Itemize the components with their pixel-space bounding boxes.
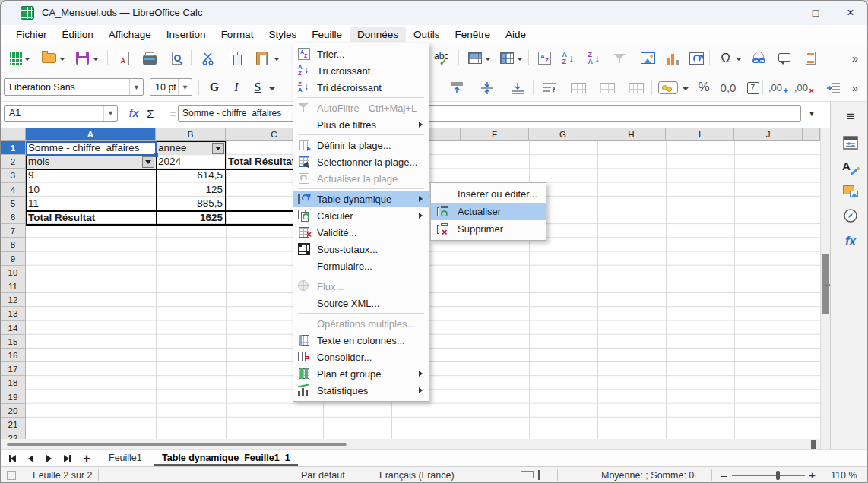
open-file-button[interactable] bbox=[39, 48, 59, 68]
align-top-button[interactable] bbox=[446, 77, 467, 98]
font-name-dropdown-icon[interactable]: ▼ bbox=[129, 79, 143, 95]
column-header-H[interactable]: H bbox=[597, 128, 666, 141]
maximize-button[interactable]: □ bbox=[803, 4, 828, 22]
row-header-19[interactable]: 19 bbox=[1, 390, 26, 404]
column-header-I[interactable]: I bbox=[666, 128, 734, 141]
underline-button[interactable]: S bbox=[249, 77, 267, 97]
menu-item-table-dynamique[interactable]: Table dynamique bbox=[293, 191, 429, 207]
menu-fichier[interactable]: Fichier bbox=[8, 27, 55, 42]
menu-format[interactable]: Format bbox=[214, 27, 261, 42]
formatbar-overflow-button[interactable]: » bbox=[846, 77, 864, 97]
export-pdf-button[interactable]: A bbox=[113, 48, 134, 68]
horizontal-scrollbar[interactable] bbox=[1, 439, 820, 449]
column-header-A[interactable]: A bbox=[26, 128, 156, 141]
menu-outils[interactable]: Outils bbox=[406, 27, 448, 42]
row-header-3[interactable]: 3 bbox=[1, 169, 26, 182]
menu-item-definir-la-plage[interactable]: Définir la plage... bbox=[293, 137, 429, 153]
column-header-B[interactable]: B bbox=[156, 128, 226, 141]
save-button[interactable] bbox=[72, 48, 93, 68]
bold-button[interactable]: G bbox=[204, 77, 224, 97]
special-character-dropdown[interactable] bbox=[735, 55, 743, 63]
cell-B2[interactable]: 2024 bbox=[158, 155, 222, 169]
cell-A5[interactable]: 11 bbox=[28, 197, 150, 210]
expand-formula-bar-icon[interactable]: ▼ bbox=[805, 105, 819, 122]
menu-item-selectionner-la-plage[interactable]: Sélectionner la plage... bbox=[293, 153, 429, 170]
delete-decimal-button[interactable]: ,00× bbox=[793, 77, 816, 98]
fill-handle[interactable] bbox=[154, 153, 158, 157]
menu-item-texte-en-colonnes[interactable]: Texte en colonnes... bbox=[293, 332, 429, 349]
previous-sheet-button[interactable] bbox=[24, 453, 37, 464]
row-header-20[interactable]: 20 bbox=[1, 404, 26, 418]
submenu-item-actualiser[interactable]: Actualiser bbox=[431, 203, 546, 220]
gallery-icon[interactable] bbox=[841, 182, 860, 200]
selection-mode-icon[interactable] bbox=[521, 467, 534, 483]
row-header-22[interactable]: 22 bbox=[1, 431, 26, 439]
cut-button[interactable] bbox=[198, 48, 219, 68]
cell-B3[interactable]: 614,5 bbox=[158, 169, 223, 182]
sort-button[interactable]: AZ bbox=[534, 48, 555, 68]
row-header-17[interactable]: 17 bbox=[1, 362, 26, 376]
menu-item-consolider[interactable]: Consolider... bbox=[293, 349, 429, 365]
properties-icon[interactable] bbox=[841, 134, 860, 152]
insert-row-button[interactable] bbox=[464, 48, 485, 68]
menu-feuille[interactable]: Feuille bbox=[304, 27, 350, 42]
unmerge-cells-button[interactable] bbox=[626, 77, 646, 98]
spelling-button[interactable]: abc✓ bbox=[431, 48, 455, 68]
column-header-partial[interactable] bbox=[803, 128, 820, 141]
menu-item-source-xml[interactable]: Source XML... bbox=[293, 295, 429, 311]
zoom-slider[interactable] bbox=[732, 475, 805, 483]
row-header-8[interactable]: 8 bbox=[1, 238, 26, 251]
menu-affichage[interactable]: Affichage bbox=[101, 27, 159, 42]
menu-item-operations-multiples[interactable]: Opérations multiples... bbox=[293, 315, 429, 332]
paste-button[interactable] bbox=[252, 48, 272, 68]
minimize-button[interactable]: – bbox=[768, 4, 794, 22]
functions-icon[interactable]: fx bbox=[841, 232, 860, 251]
row-header-2[interactable]: 2 bbox=[1, 155, 26, 169]
cell-B4[interactable]: 125 bbox=[158, 183, 223, 197]
menu-item-calculer[interactable]: Calculer bbox=[293, 207, 429, 224]
increase-indent-button[interactable] bbox=[823, 77, 844, 98]
zoom-slider-handle[interactable] bbox=[776, 471, 780, 480]
merge-cells-button[interactable] bbox=[568, 77, 588, 98]
cell-A4[interactable]: 10 bbox=[28, 183, 150, 197]
formula-input[interactable]: Somme - chiffre_affaires bbox=[178, 105, 801, 122]
row-header-12[interactable]: 12 bbox=[1, 293, 26, 307]
cell-B1[interactable]: annee bbox=[158, 141, 211, 155]
row-header-18[interactable]: 18 bbox=[1, 376, 26, 390]
sheet-tab-feuille1[interactable]: Feuille1 bbox=[101, 450, 150, 466]
insert-mode-icon[interactable] bbox=[538, 467, 540, 483]
menu-item-sous-totaux[interactable]: Sous-totaux... bbox=[293, 241, 429, 257]
column-header-G[interactable]: G bbox=[529, 128, 597, 141]
column-header-J[interactable]: J bbox=[734, 128, 803, 141]
name-box-dropdown-icon[interactable]: ▼ bbox=[103, 106, 117, 121]
menu-item-statistiques[interactable]: Statistiques bbox=[293, 382, 429, 399]
menu-item-actualiser-la-plage[interactable]: Actualiser la plage bbox=[293, 170, 429, 187]
insert-pivot-table-button[interactable] bbox=[686, 48, 707, 68]
last-sheet-button[interactable] bbox=[60, 453, 74, 464]
headers-footers-button[interactable] bbox=[800, 48, 821, 68]
italic-button[interactable]: I bbox=[227, 77, 246, 97]
row-header-1[interactable]: 1 bbox=[1, 141, 26, 155]
sum-button[interactable]: Σ bbox=[144, 105, 157, 122]
special-character-button[interactable]: Ω bbox=[715, 48, 736, 68]
row-header-16[interactable]: 16 bbox=[1, 349, 26, 362]
insert-image-button[interactable] bbox=[638, 48, 658, 68]
cell-A3[interactable]: 9 bbox=[28, 169, 150, 182]
font-name-combo[interactable]: Liberation Sans▼ bbox=[4, 78, 144, 96]
row-header-5[interactable]: 5 bbox=[1, 197, 26, 210]
percent-format-button[interactable]: % bbox=[694, 77, 714, 97]
menu-donnees[interactable]: Données bbox=[350, 27, 406, 42]
menu-item-plan-et-groupe[interactable]: Plan et groupe bbox=[293, 365, 429, 382]
menu-item-formulaire[interactable]: Formulaire... bbox=[293, 257, 429, 274]
row-header-14[interactable]: 14 bbox=[1, 321, 26, 335]
name-box[interactable]: A1▼ bbox=[4, 105, 118, 122]
paste-dropdown[interactable] bbox=[273, 55, 280, 63]
new-document-dropdown[interactable] bbox=[24, 55, 31, 63]
print-button[interactable] bbox=[139, 48, 160, 68]
sidebar-settings-icon[interactable]: ≡ bbox=[841, 108, 860, 126]
sheet-position-status[interactable]: Feuille 2 sur 2 bbox=[33, 467, 93, 483]
add-decimal-button[interactable]: ,00+ bbox=[767, 77, 790, 98]
selection-summary-status[interactable]: Moyenne: ; Somme: 0 bbox=[601, 467, 694, 483]
row-header-11[interactable]: 11 bbox=[1, 279, 26, 293]
date-format-button[interactable]: 7 bbox=[743, 77, 763, 98]
